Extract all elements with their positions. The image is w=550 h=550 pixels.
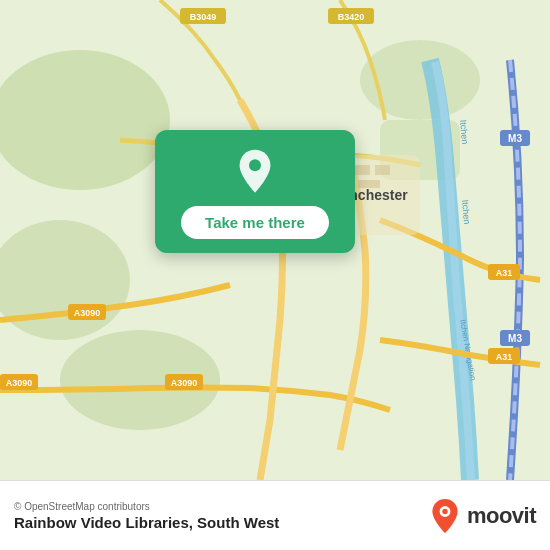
svg-text:M3: M3 [508, 333, 522, 344]
moovit-brand-text: moovit [467, 503, 536, 529]
location-name: Rainbow Video Libraries, South West [14, 514, 279, 531]
svg-text:A31: A31 [496, 352, 513, 362]
svg-rect-35 [358, 180, 380, 188]
location-card: Take me there [155, 130, 355, 253]
location-pin-icon [231, 148, 279, 196]
svg-point-36 [249, 159, 261, 171]
svg-text:B3420: B3420 [338, 12, 365, 22]
svg-text:Itchen: Itchen [460, 199, 472, 224]
svg-point-38 [442, 508, 447, 513]
svg-text:B3049: B3049 [190, 12, 217, 22]
moovit-logo: moovit [429, 498, 536, 534]
svg-text:M3: M3 [508, 133, 522, 144]
svg-text:Itchen: Itchen [458, 119, 470, 144]
svg-text:A3090: A3090 [74, 308, 101, 318]
svg-text:A31: A31 [496, 268, 513, 278]
osm-attribution: © OpenStreetMap contributors [14, 501, 279, 512]
bottom-left-info: © OpenStreetMap contributors Rainbow Vid… [14, 501, 279, 531]
svg-text:A3090: A3090 [6, 378, 33, 388]
bottom-bar: © OpenStreetMap contributors Rainbow Vid… [0, 480, 550, 550]
svg-text:A3090: A3090 [171, 378, 198, 388]
moovit-pin-icon [429, 498, 461, 534]
svg-rect-33 [375, 165, 390, 175]
take-me-there-button[interactable]: Take me there [181, 206, 329, 239]
map-container: Itchen Itchen Itchen Navigation M3 M3 A3… [0, 0, 550, 480]
